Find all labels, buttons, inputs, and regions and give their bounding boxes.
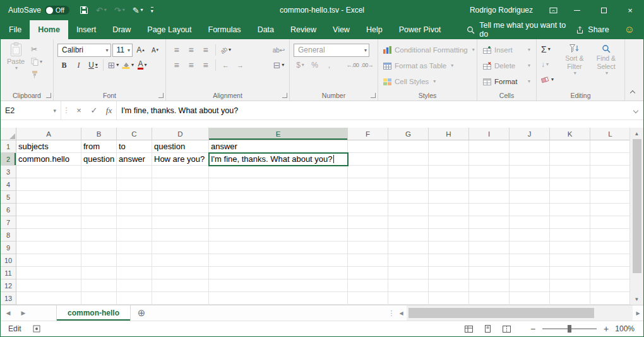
clear-button[interactable]: ▾: [539, 73, 559, 87]
cell-J2[interactable]: [510, 153, 550, 166]
cell-D4[interactable]: [152, 178, 209, 191]
clipboard-dialog-launcher[interactable]: [46, 93, 51, 98]
cell-C12[interactable]: [117, 279, 152, 292]
zoom-level[interactable]: 100%: [612, 324, 643, 333]
cell-L11[interactable]: [590, 267, 631, 279]
cancel-button[interactable]: ×: [71, 101, 86, 119]
cell-F5[interactable]: [348, 191, 388, 204]
tab-review[interactable]: Review: [282, 20, 325, 39]
cell-B3[interactable]: [81, 166, 117, 178]
cell-G9[interactable]: [388, 242, 429, 254]
cell-K7[interactable]: [550, 216, 590, 229]
cell-J7[interactable]: [510, 216, 550, 229]
cell-D7[interactable]: [152, 216, 209, 229]
cell-F4[interactable]: [348, 178, 388, 191]
scroll-up-icon[interactable]: ▲: [630, 128, 643, 139]
tab-power-pivot[interactable]: Power Pivot: [391, 20, 450, 39]
tab-view[interactable]: View: [325, 20, 358, 39]
cell-H5[interactable]: [429, 191, 469, 204]
cell-K6[interactable]: [550, 204, 590, 216]
cell-E10[interactable]: [209, 254, 348, 267]
add-sheet-button[interactable]: ⊕: [131, 305, 152, 321]
cell-G6[interactable]: [388, 204, 429, 216]
cell-G10[interactable]: [388, 254, 429, 267]
cell-F2[interactable]: [348, 153, 388, 166]
share-button[interactable]: Share: [576, 25, 609, 34]
user-name[interactable]: Rodrigo Rodriguez: [470, 6, 533, 15]
tab-insert[interactable]: Insert: [68, 20, 104, 39]
comma-style-button[interactable]: ,: [323, 59, 336, 72]
cell-K8[interactable]: [550, 229, 590, 242]
cell-D13[interactable]: [152, 292, 209, 305]
cell-J4[interactable]: [510, 178, 550, 191]
number-format-select[interactable]: General▾: [294, 44, 369, 57]
decrease-font-size-button[interactable]: A▾: [148, 44, 162, 57]
cell-C10[interactable]: [117, 254, 152, 267]
cell-A3[interactable]: [16, 166, 81, 178]
cell-L8[interactable]: [590, 229, 631, 242]
italic-button[interactable]: I: [72, 59, 85, 72]
undo-button[interactable]: ↶▾: [92, 2, 110, 18]
formula-bar-handle[interactable]: ⋮: [61, 101, 71, 119]
cell-H12[interactable]: [429, 279, 469, 292]
cell-J5[interactable]: [510, 191, 550, 204]
cell-C4[interactable]: [117, 178, 152, 191]
cell-F8[interactable]: [348, 229, 388, 242]
font-size-select[interactable]: 11▾: [112, 44, 133, 57]
zoom-in-button[interactable]: +: [600, 324, 612, 334]
sheet-nav-right-button[interactable]: ▶: [16, 305, 31, 321]
cell-D2[interactable]: How are you?: [152, 153, 209, 166]
increase-decimal-button[interactable]: ←.00: [346, 59, 359, 72]
cell-F11[interactable]: [348, 267, 388, 279]
cell-K10[interactable]: [550, 254, 590, 267]
cell-L9[interactable]: [590, 242, 631, 254]
cell-L13[interactable]: [590, 292, 631, 305]
autosave-toggle[interactable]: AutoSave Off: [1, 6, 76, 15]
scroll-down-icon[interactable]: ▼: [630, 293, 643, 305]
column-header-G[interactable]: G: [388, 128, 429, 140]
cell-L6[interactable]: [590, 204, 631, 216]
cell-I4[interactable]: [469, 178, 510, 191]
row-header-6[interactable]: 6: [1, 204, 16, 216]
format-painter-button[interactable]: [30, 68, 43, 80]
column-header-D[interactable]: D: [152, 128, 209, 140]
cell-D11[interactable]: [152, 267, 209, 279]
formula-input[interactable]: I'm fine, thanks. What about you?: [117, 101, 628, 119]
cell-F12[interactable]: [348, 279, 388, 292]
cell-D6[interactable]: [152, 204, 209, 216]
cell-B4[interactable]: [81, 178, 117, 191]
cell-C1[interactable]: to: [117, 140, 152, 153]
cell-E13[interactable]: [209, 292, 348, 305]
cell-B1[interactable]: from: [81, 140, 117, 153]
cell-E8[interactable]: [209, 229, 348, 242]
insert-function-button[interactable]: fx: [102, 101, 117, 119]
cell-K12[interactable]: [550, 279, 590, 292]
feedback-smiley-icon[interactable]: ☺: [609, 24, 643, 35]
ribbon-display-options-button[interactable]: [543, 6, 564, 14]
insert-cells-button[interactable]: Insert ▾: [480, 42, 533, 58]
cell-L1[interactable]: [590, 140, 631, 153]
autosum-button[interactable]: Σ▾: [539, 42, 559, 56]
cell-J12[interactable]: [510, 279, 550, 292]
draw-touch-button[interactable]: ✎▾: [129, 2, 147, 18]
row-header-5[interactable]: 5: [1, 191, 16, 204]
cut-button[interactable]: ✂: [30, 43, 43, 55]
align-bottom-button[interactable]: ≡: [199, 44, 212, 57]
page-break-view-button[interactable]: [498, 322, 515, 335]
tab-data[interactable]: Data: [249, 20, 282, 39]
cell-E1[interactable]: answer: [209, 140, 348, 153]
cell-K2[interactable]: [550, 153, 590, 166]
percent-style-button[interactable]: %: [308, 59, 321, 72]
cell-E5[interactable]: [209, 191, 348, 204]
underline-button[interactable]: U▾: [86, 59, 100, 72]
row-header-11[interactable]: 11: [1, 267, 16, 279]
tab-formulas[interactable]: Formulas: [200, 20, 249, 39]
minimize-button[interactable]: [564, 0, 590, 20]
cell-L10[interactable]: [590, 254, 631, 267]
bold-button[interactable]: B: [57, 59, 71, 72]
cell-B7[interactable]: [81, 216, 117, 229]
cell-A8[interactable]: [16, 229, 81, 242]
cell-E7[interactable]: [209, 216, 348, 229]
row-header-8[interactable]: 8: [1, 229, 16, 242]
cell-G8[interactable]: [388, 229, 429, 242]
